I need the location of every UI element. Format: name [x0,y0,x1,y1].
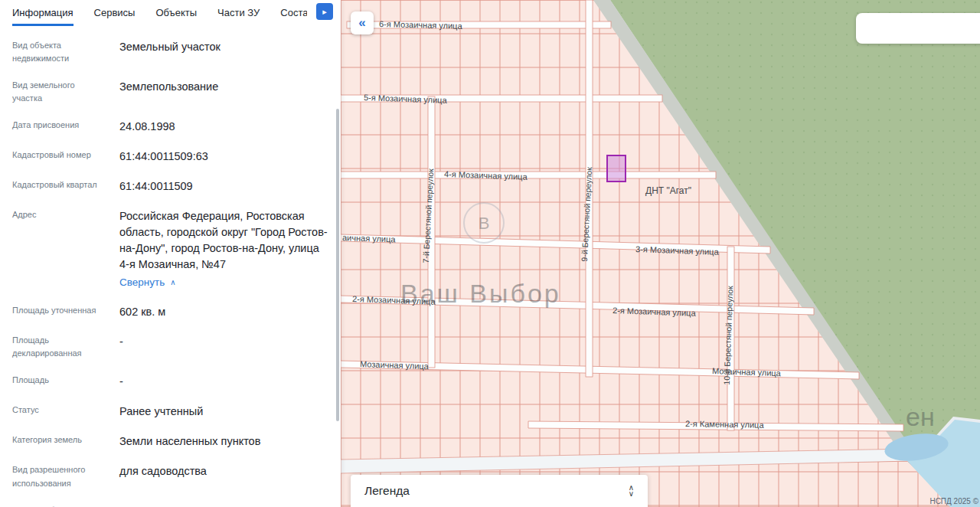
info-row-cadastral-number: Кадастровый номер 61:44:0011509:63 [12,142,330,172]
street-label-3-mozaichnaya-left: аичная улица [342,233,397,244]
legend-panel[interactable]: Легенда ∧ ∨ [351,475,648,507]
dnt-agat-label: ДНТ "Агат" [645,185,691,196]
chevron-up-icon: ∧ [170,277,175,289]
tab-obekty[interactable]: Объекты [155,7,197,26]
map-viewport[interactable]: 6-я Мозаичная улица 5-я Мозаичная улица … [341,0,980,507]
address-collapse-link[interactable]: Свернуть ∧ [119,275,176,290]
tab-sostav[interactable]: Соста [280,7,307,26]
info-row-ownership: Форма собственности Частная [12,497,330,507]
info-row-area: Площадь - [12,367,330,397]
info-row-object-kind: Вид объекта недвижимости Земельный участ… [12,32,330,72]
info-row-area-refined: Площадь уточненная 602 кв. м [12,297,330,327]
map-copyright: НСПД 2025 © [929,497,978,505]
info-rows: Вид объекта недвижимости Земельный участ… [0,26,341,507]
info-row-permitted-use: Вид разрешенного использования для садов… [12,456,330,496]
info-row-address: Адрес Российская Федерация, Ростовская о… [12,201,330,297]
selected-parcel[interactable] [607,155,626,182]
tabs: Информация Сервисы Объекты Части ЗУ Сост… [0,0,307,26]
street-4-mozaichnaya [341,172,716,178]
double-chevron-left-icon: « [358,15,365,31]
address-value: Российская Федерация, Ростовская область… [119,210,328,270]
legend-toggle-button[interactable]: ∧ ∨ [629,485,634,497]
info-row-cadastral-quarter: Кадастровый квартал 61:44:0011509 [12,172,330,201]
info-row-assign-date: Дата присвоения 24.08.1998 [12,112,330,142]
watermark-fragment: ен [906,402,935,431]
tab-chasti-zu[interactable]: Части ЗУ [217,7,260,26]
street-label-2-kamennaya: 2-я Каменная улица [685,419,765,430]
info-row-parcel-kind: Вид земельного участка Землепользование [12,72,330,112]
info-row-land-category: Категория земель Земли населенных пункто… [12,427,330,456]
tab-informacija[interactable]: Информация [12,7,74,26]
watermark-monogram: В [479,214,490,233]
watermark-text: Ваш Выбор [400,279,561,308]
arrow-right-icon: ▸ [322,7,327,17]
info-row-status: Статус Ранее учтенный [12,397,330,427]
panel-collapse-button[interactable]: « [351,11,374,34]
chevron-down-icon: ∨ [629,491,634,497]
map-canvas[interactable]: 6-я Мозаичная улица 5-я Мозаичная улица … [341,0,980,507]
tabs-bar: Информация Сервисы Объекты Части ЗУ Сост… [0,0,341,26]
panel-scrollbar[interactable] [336,109,339,421]
info-row-area-declared: Площадь декларированная - [12,327,330,367]
legend-title: Легенда [364,484,410,498]
tabs-next-button[interactable]: ▸ [316,3,333,20]
object-info-panel: Информация Сервисы Объекты Части ЗУ Сост… [0,0,341,507]
tab-servisy[interactable]: Сервисы [94,7,136,26]
search-box[interactable] [856,13,980,44]
